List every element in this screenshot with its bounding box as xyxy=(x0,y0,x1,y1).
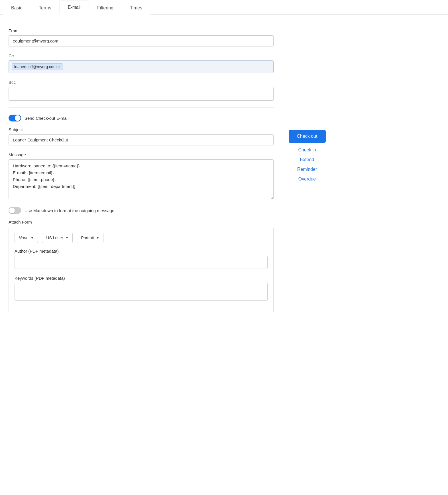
tab-basic[interactable]: Basic xyxy=(3,1,30,15)
from-field-group: From xyxy=(9,28,274,46)
message-textarea[interactable]: Hardware loaned to: {{item=name}} E-mail… xyxy=(9,159,274,199)
bcc-input[interactable] xyxy=(9,87,274,101)
message-field-group: Message Hardware loaned to: {{item=name}… xyxy=(9,152,274,200)
sidebar-link-overdue[interactable]: Overdue xyxy=(285,177,329,182)
author-label: Author (PDF metadata) xyxy=(15,249,268,253)
markdown-toggle-knob xyxy=(9,208,15,213)
toggle-knob xyxy=(15,115,21,121)
portrait-dropdown-label: Portrait xyxy=(81,236,94,240)
attach-form-group: Attach Form None ▼ US Letter ▼ Portrait … xyxy=(9,220,274,313)
sidebar-link-reminder[interactable]: Reminder xyxy=(285,167,329,172)
none-dropdown-label: None xyxy=(19,236,28,240)
us-letter-dropdown-chevron: ▼ xyxy=(66,236,69,240)
bcc-label: Bcc xyxy=(9,80,274,85)
markdown-toggle-label: Use Markdown to format the outgoing mess… xyxy=(25,208,114,213)
cc-email-tag-remove[interactable]: × xyxy=(58,65,61,69)
checkout-button[interactable]: Check out xyxy=(289,130,326,143)
from-input[interactable] xyxy=(9,35,274,46)
none-dropdown-chevron: ▼ xyxy=(30,236,34,240)
sidebar-link-extend[interactable]: Extend xyxy=(285,157,329,162)
send-checkout-toggle[interactable] xyxy=(9,115,21,121)
tab-times[interactable]: Times xyxy=(122,1,150,15)
cc-field-group: Cc loanerstuff@myorg.com × xyxy=(9,53,274,73)
sidebar-link-checkin[interactable]: Check in xyxy=(285,147,329,153)
attach-form-label: Attach Form xyxy=(9,220,274,224)
tab-filtering[interactable]: Filtering xyxy=(89,1,122,15)
markdown-toggle-row: Use Markdown to format the outgoing mess… xyxy=(9,207,274,214)
cc-email-tag: loanerstuff@myorg.com × xyxy=(12,63,63,70)
keywords-field-group: Keywords (PDF metadata) xyxy=(15,276,268,301)
cc-input-container[interactable]: loanerstuff@myorg.com × xyxy=(9,60,274,73)
bcc-field-group: Bcc xyxy=(9,80,274,101)
main-layout: From Cc loanerstuff@myorg.com × Bcc Sen xyxy=(0,15,448,332)
send-checkout-toggle-label: Send Check-out E-mail xyxy=(25,116,68,121)
keywords-input[interactable] xyxy=(15,283,268,301)
portrait-dropdown-chevron: ▼ xyxy=(96,236,99,240)
content-area: From Cc loanerstuff@myorg.com × Bcc Sen xyxy=(0,21,285,332)
none-dropdown[interactable]: None ▼ xyxy=(15,233,38,243)
markdown-toggle[interactable] xyxy=(9,207,21,214)
cc-email-tag-text: loanerstuff@myorg.com xyxy=(14,64,57,69)
from-label: From xyxy=(9,28,274,33)
us-letter-dropdown-label: US Letter xyxy=(46,236,63,240)
tab-bar: Basic Terms E-mail Filtering Times xyxy=(0,0,448,15)
subject-label: Subject xyxy=(9,127,274,132)
tab-terms[interactable]: Terms xyxy=(30,1,60,15)
keywords-label: Keywords (PDF metadata) xyxy=(15,276,268,281)
portrait-dropdown[interactable]: Portrait ▼ xyxy=(77,233,103,243)
cc-label: Cc xyxy=(9,53,274,58)
attach-form-dropdowns: None ▼ US Letter ▼ Portrait ▼ xyxy=(15,233,268,243)
section-divider xyxy=(9,107,274,108)
subject-input[interactable] xyxy=(9,134,274,145)
send-checkout-toggle-row: Send Check-out E-mail xyxy=(9,115,274,121)
author-input[interactable] xyxy=(15,256,268,269)
sidebar: Check out Check in Extend Reminder Overd… xyxy=(285,21,329,182)
subject-field-group: Subject xyxy=(9,127,274,145)
author-field-group: Author (PDF metadata) xyxy=(15,249,268,269)
us-letter-dropdown[interactable]: US Letter ▼ xyxy=(42,233,73,243)
attach-form-section: None ▼ US Letter ▼ Portrait ▼ Author (PD… xyxy=(9,227,274,313)
tab-email[interactable]: E-mail xyxy=(60,1,89,15)
message-label: Message xyxy=(9,152,274,157)
